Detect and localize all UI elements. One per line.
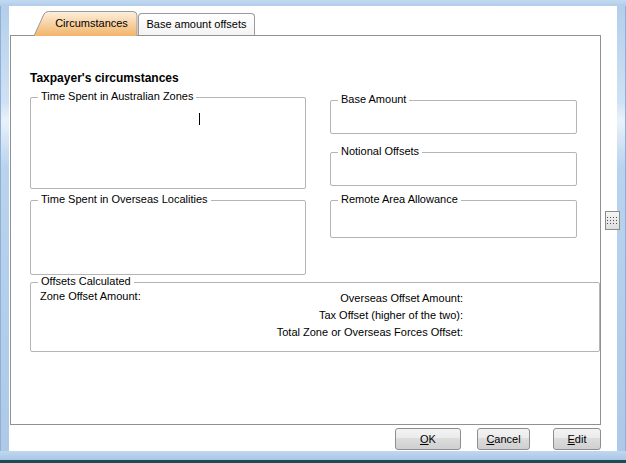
group-australian-zones-title: Time Spent in Australian Zones	[38, 90, 196, 102]
ok-access-key: O	[420, 433, 429, 445]
edit-label-rest: dit	[575, 433, 587, 445]
group-remote-area-allowance: Remote Area Allowance	[330, 200, 577, 238]
cancel-label-rest: ancel	[494, 433, 520, 445]
ok-label-rest: K	[429, 433, 436, 445]
tab-circumstances[interactable]: Circumstances	[33, 11, 138, 36]
group-remote-area-allowance-title: Remote Area Allowance	[338, 193, 461, 205]
window-border-left	[0, 0, 9, 463]
edit-access-key: E	[568, 433, 575, 445]
tab-base-amount-offsets[interactable]: Base amount offsets	[138, 13, 255, 35]
total-zone-overseas-offset-label: Total Zone or Overseas Forces Offset:	[200, 324, 463, 341]
keypad-icon	[606, 216, 619, 225]
dialog-window: { "tabs": [ { "label": "Circumstances", …	[0, 0, 626, 463]
ok-button[interactable]: OK	[395, 428, 461, 450]
window-border-top	[0, 0, 626, 6]
group-overseas-localities-title: Time Spent in Overseas Localities	[38, 193, 211, 205]
cancel-button[interactable]: Cancel	[477, 428, 530, 450]
tab-circumstances-label: Circumstances	[45, 17, 138, 29]
group-notional-offsets: Notional Offsets	[330, 152, 577, 186]
overseas-offset-amount-label: Overseas Offset Amount:	[200, 290, 463, 307]
window-border-bottom	[0, 451, 626, 460]
group-australian-zones: Time Spent in Australian Zones	[30, 97, 306, 189]
group-overseas-localities: Time Spent in Overseas Localities	[30, 200, 306, 275]
allowance-keypad-button[interactable]	[605, 211, 620, 230]
group-offsets-calculated-title: Offsets Calculated	[38, 275, 134, 287]
group-base-amount: Base Amount	[330, 100, 577, 134]
edit-button[interactable]: Edit	[553, 428, 601, 450]
tax-offset-higher-label: Tax Offset (higher of the two):	[200, 307, 463, 324]
window-border-right	[617, 0, 626, 463]
group-base-amount-title: Base Amount	[338, 93, 409, 105]
page-title: Taxpayer's circumstances	[30, 71, 179, 85]
offsets-right-labels: Overseas Offset Amount: Tax Offset (high…	[200, 290, 463, 341]
text-caret	[199, 113, 200, 125]
group-notional-offsets-title: Notional Offsets	[338, 145, 422, 157]
zone-offset-amount-label: Zone Offset Amount:	[40, 290, 141, 302]
